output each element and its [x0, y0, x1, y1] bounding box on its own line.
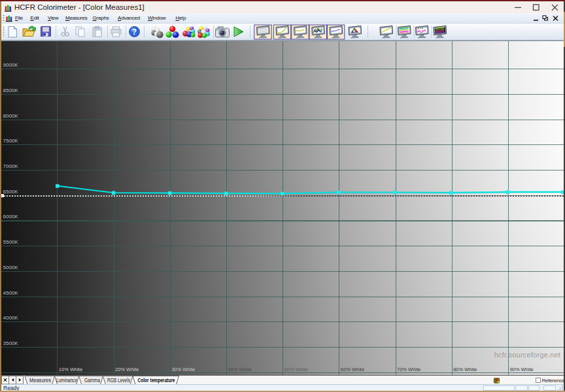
svg-text:Measures: Measures — [29, 377, 51, 384]
svg-text:RGB Levels: RGB Levels — [107, 377, 130, 384]
svg-text:Luminance: Luminance — [56, 377, 77, 384]
svg-text:Gamma: Gamma — [84, 377, 100, 384]
svg-text:Color temperature: Color temperature — [138, 377, 175, 384]
svg-text:?: ? — [132, 27, 137, 37]
